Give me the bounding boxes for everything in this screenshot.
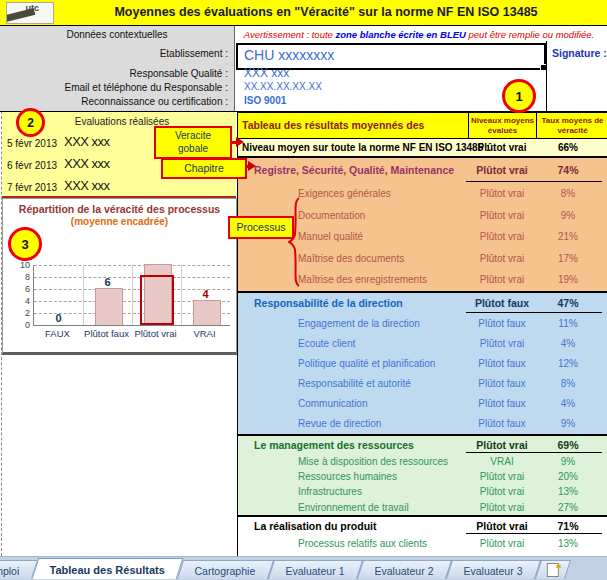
table-section-white: La réalisation du produitPlûtot vrai71%P… (238, 517, 607, 557)
evaluation-name: XXX xxx (64, 178, 110, 193)
process-row[interactable]: CommunicationPlûtot faux4% (238, 394, 607, 414)
field-label-email: Email et téléphone du Responsable : (3, 82, 228, 93)
section-name: Registre, Sécurité, Qualité, Maintenance (254, 158, 454, 183)
sheet-tab-label: Cartographie (195, 562, 256, 580)
section-header-row[interactable]: La réalisation du produitPlûtot vrai71% (238, 517, 607, 535)
sheet-tab-evaluateur-3[interactable]: Evaluateur 3 (446, 560, 541, 579)
chart-bar (95, 288, 123, 325)
email-value[interactable]: XX.XX.XX.XX.XX (244, 81, 322, 92)
certification-value[interactable]: ISO 9001 (244, 95, 286, 106)
evaluation-date: 5 févr 2013 (7, 138, 57, 149)
table-section-green: Le management des ressourcesPlûtot vrai6… (238, 436, 607, 517)
category-separator (181, 265, 182, 325)
chart-bar (193, 300, 221, 325)
section-verdict: Plûtot vrai (468, 158, 536, 183)
process-name: Ressources humaines (298, 469, 397, 484)
process-verdict: VRAI (468, 454, 536, 469)
y-axis-tick-label: 4 (8, 296, 30, 306)
results-table-header: Tableau des résultats moyennés des évalu… (238, 113, 607, 139)
process-row[interactable]: Politique qualité et planificationPlûtot… (238, 354, 607, 374)
overall-average-row[interactable]: Niveau moyen sur toute la norme NF EN IS… (238, 139, 607, 158)
process-name: Communication (298, 394, 367, 414)
annotation-badge-1: 1 (502, 79, 536, 113)
sheet-tab-label: Evaluateur 3 (463, 562, 522, 580)
title-bar: utc Moyennes des évaluations en "Véracit… (0, 0, 607, 26)
warning-part1: Avertissement : toute (244, 29, 336, 40)
annotation-badge-3: 3 (8, 227, 42, 261)
y-axis-tick-label: 2 (8, 308, 30, 318)
process-row[interactable]: Mise à disposition des ressourcesVRAI9% (238, 454, 607, 469)
process-name: Ecoute client (298, 334, 355, 354)
chart-plot-area: 0246810064 (33, 265, 230, 326)
spreadsheet-window: utc Moyennes des évaluations en "Véracit… (0, 0, 607, 580)
process-rate: 8% (536, 374, 600, 394)
callout-veracite-line1: Veracite (156, 129, 230, 142)
process-verdict: Plûtot vrai (468, 269, 536, 291)
sheet-tab-evaluateur-2[interactable]: Evaluateur 2 (357, 560, 452, 579)
process-row[interactable]: InfrastructuresPlûtot vrai13% (238, 484, 607, 499)
process-verdict: Plûtot faux (468, 394, 536, 414)
category-separator (83, 265, 84, 325)
process-rate: 9% (536, 205, 600, 227)
section-name: La réalisation du produit (254, 517, 377, 535)
average-frame (140, 275, 174, 325)
process-verdict: Plûtot vrai (468, 500, 536, 515)
field-label-etablissement: Etablissement : (3, 48, 228, 59)
bar-value-label: 4 (191, 288, 221, 300)
category-label: Plûtot faux (82, 328, 131, 342)
signature-divider (546, 41, 547, 111)
process-name: Politique qualité et planification (298, 354, 435, 374)
process-name: Maîtrise des documents (298, 248, 404, 270)
section-verdict: Plûtot vrai (468, 517, 536, 535)
section-verdict: Plûtot faux (468, 293, 536, 314)
process-rate: 9% (536, 454, 600, 469)
process-row[interactable]: Revue de directionPlûtot faux9% (238, 414, 607, 434)
section-header-row[interactable]: Le management des ressourcesPlûtot vrai6… (238, 436, 607, 454)
sheet-tab-cartographie[interactable]: Cartographie (177, 560, 274, 579)
process-rate: 21% (536, 226, 600, 248)
annotation-badge-2: 2 (16, 108, 45, 137)
section-rate: 74% (536, 158, 600, 183)
responsable-value[interactable]: XXX xxx (244, 66, 289, 80)
sheet-tab-evaluateur-1[interactable]: Evaluateur 1 (268, 560, 363, 579)
evaluation-date: 6 févr 2013 (7, 160, 57, 171)
process-rate: 12% (536, 354, 600, 374)
insert-worksheet-tab[interactable] (535, 560, 571, 579)
process-row[interactable]: Ressources humainesPlûtot vrai20% (238, 469, 607, 484)
category-label: VRAI (180, 328, 229, 342)
process-row[interactable]: Processus relatifs aux clientsPlûtot vra… (238, 535, 607, 552)
logo-text: utc (26, 3, 40, 13)
bar-value-label: 0 (44, 312, 74, 324)
section-header-row[interactable]: Registre, Sécurité, Qualité, Maintenance… (238, 158, 607, 183)
process-verdict: Plûtot vrai (468, 535, 536, 552)
process-verdict: Plûtot faux (468, 374, 536, 394)
insert-worksheet-icon (547, 563, 559, 577)
process-rate: 8% (536, 183, 600, 205)
section-name: Responsabilité de la direction (254, 293, 403, 314)
overall-rate: 66% (536, 139, 600, 156)
process-verdict: Plûtot vrai (468, 248, 536, 270)
chart-subtitle: (moyenne encadrée) (3, 216, 236, 227)
y-axis-tick-label: 0 (8, 320, 30, 330)
processus-brace (288, 196, 302, 288)
evaluation-row[interactable]: 7 févr 2013XXX xxx (2, 178, 236, 198)
category-label: Plûtot vrai (131, 328, 180, 342)
y-axis-tick-label: 6 (8, 284, 30, 294)
chart-category-axis: FAUXPlûtot fauxPlûtot vraiVRAI (33, 328, 229, 342)
warning-text: Avertissement : toute zone blanche écrit… (238, 29, 600, 40)
column-header-niveaux: Niveaux moyens évalués (468, 113, 536, 138)
process-row[interactable]: Environnement de travailPlûtot vrai27% (238, 500, 607, 515)
section-header-row[interactable]: Responsabilité de la directionPlûtot fau… (238, 293, 607, 314)
table-section-blue: Responsabilité de la directionPlûtot fau… (238, 293, 607, 436)
signature-label: Signature : (552, 47, 607, 59)
process-row[interactable]: Responsabilité et autoritéPlûtot faux8% (238, 374, 607, 394)
process-name: Manuel qualité (298, 226, 363, 248)
process-verdict: Plûtot faux (468, 314, 536, 334)
process-row[interactable]: Ecoute clientPlûtot vrai4% (238, 334, 607, 354)
process-verdict: Plûtot vrai (468, 205, 536, 227)
process-row[interactable]: Engagement de la directionPlûtot faux11% (238, 314, 607, 334)
etablissement-value[interactable]: CHU xxxxxxxx (244, 47, 334, 63)
context-panel-title: Données contextuelles (0, 29, 234, 40)
sheet-tab-tableau-des-r-sultats[interactable]: Tableau des Résultats (31, 558, 183, 579)
y-axis-tick-label: 10 (8, 260, 30, 270)
